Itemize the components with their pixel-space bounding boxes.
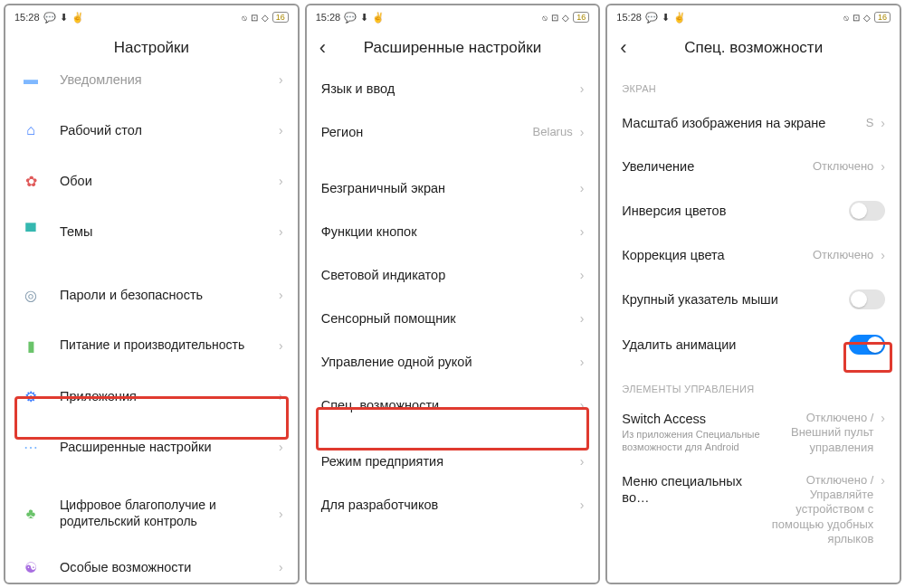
statusbar: 15:28💬⬇✌ ⍉⊡◇16 xyxy=(307,5,599,29)
chevron-right-icon: › xyxy=(279,507,283,521)
notif-icon: 💬 xyxy=(645,12,658,24)
notif-icon: 💬 xyxy=(43,12,56,24)
chevron-right-icon: › xyxy=(881,473,885,488)
chevron-right-icon: › xyxy=(279,338,283,353)
chevron-right-icon: › xyxy=(881,116,885,130)
misc-icon: ✌ xyxy=(71,12,84,24)
status-time: 15:28 xyxy=(316,12,341,23)
chevron-right-icon: › xyxy=(881,248,885,262)
item-buttons[interactable]: Функции кнопок › xyxy=(307,210,599,253)
item-region[interactable]: Регион Belarus › xyxy=(307,110,599,154)
item-onehand[interactable]: Управление одной рукой › xyxy=(307,340,599,384)
chevron-right-icon: › xyxy=(580,398,585,413)
back-button[interactable]: ‹ xyxy=(319,36,326,60)
statusbar: 15:28💬⬇✌ ⍉⊡◇16 xyxy=(5,5,298,29)
settings-list[interactable]: ▬ Уведомления › ⌂ Рабочий стол › ✿ Обои … xyxy=(5,67,298,583)
item-accessibility[interactable]: Спец. возможности › xyxy=(307,384,599,427)
bell-icon: ▬ xyxy=(18,67,43,92)
chevron-right-icon: › xyxy=(279,389,283,403)
chevron-right-icon: › xyxy=(580,454,585,469)
section-controls: ЭЛЕМЕНТЫ УПРАВЛЕНИЯ xyxy=(607,367,900,402)
accessibility-icon: ☯ xyxy=(18,555,43,580)
battery-badge: 16 xyxy=(272,12,289,23)
item-fullscreen[interactable]: Безграничный экран › xyxy=(307,166,599,210)
statusbar: 15:28💬⬇✌ ⍉⊡◇16 xyxy=(607,5,900,29)
advanced-list[interactable]: Язык и ввод › Регион Belarus › Безгранич… xyxy=(307,67,599,583)
fingerprint-icon: ◎ xyxy=(18,282,43,308)
battery-badge: 16 xyxy=(573,12,589,23)
leaf-icon: ♣ xyxy=(18,501,43,526)
section-screen: ЭКРАН xyxy=(607,67,900,101)
battery-badge: 16 xyxy=(874,12,891,23)
chevron-right-icon: › xyxy=(580,125,585,139)
sim-icon: ⊡ xyxy=(551,13,558,23)
item-color-correction[interactable]: Коррекция цвета Отключено › xyxy=(607,233,900,277)
page-title: Расширенные настройки xyxy=(364,39,541,57)
status-time: 15:28 xyxy=(14,12,40,23)
dnd-icon: ⍉ xyxy=(843,13,849,23)
back-button[interactable]: ‹ xyxy=(620,36,626,60)
notif-icon: 💬 xyxy=(344,12,357,24)
chevron-right-icon: › xyxy=(279,288,283,302)
wifi-icon: ◇ xyxy=(863,13,871,23)
flower-icon: ✿ xyxy=(18,168,43,194)
item-quickball[interactable]: Сенсорный помощник › xyxy=(307,297,599,340)
page-title: Спец. возможности xyxy=(684,39,823,57)
chevron-right-icon: › xyxy=(580,268,585,282)
item-notifications[interactable]: ▬ Уведомления › xyxy=(5,67,298,105)
brush-icon: ▀ xyxy=(18,219,43,244)
sim-icon: ⊡ xyxy=(853,13,860,23)
chevron-right-icon: › xyxy=(580,224,585,239)
chevron-right-icon: › xyxy=(881,411,885,425)
chevron-right-icon: › xyxy=(279,72,283,87)
dots-icon: ⋯ xyxy=(18,434,43,460)
battery-icon: ▮ xyxy=(18,333,43,358)
item-security[interactable]: ◎ Пароли и безопасность › xyxy=(5,270,298,320)
chevron-right-icon: › xyxy=(580,311,585,326)
toggle-large-pointer[interactable] xyxy=(849,289,885,309)
misc-icon: ✌ xyxy=(372,12,385,24)
home-icon: ⌂ xyxy=(18,118,43,143)
item-enterprise[interactable]: Режим предприятия › xyxy=(307,440,599,483)
chevron-right-icon: › xyxy=(580,498,585,512)
item-developer[interactable]: Для разработчиков › xyxy=(307,483,599,526)
toggle-color-inversion[interactable] xyxy=(849,201,885,221)
header: Настройки xyxy=(5,29,298,67)
wifi-icon: ◇ xyxy=(562,13,569,23)
item-wellbeing[interactable]: ♣ Цифровое благополучие и родительский к… xyxy=(5,485,298,542)
item-large-pointer[interactable]: Крупный указатель мыши xyxy=(607,277,900,322)
item-advanced[interactable]: ⋯ Расширенные настройки › xyxy=(5,422,298,472)
item-apps[interactable]: ⚙ Приложения › xyxy=(5,371,298,422)
header: ‹ Расширенные настройки xyxy=(307,29,599,67)
item-battery[interactable]: ▮ Питание и производительность › xyxy=(5,320,298,371)
misc-icon: ✌ xyxy=(673,12,686,24)
phone-screen-settings: 15:28💬⬇✌ ⍉⊡◇16 Настройки ▬ Уведомления ›… xyxy=(4,4,300,584)
item-desktop[interactable]: ⌂ Рабочий стол › xyxy=(5,105,298,156)
dnd-icon: ⍉ xyxy=(242,13,247,23)
chevron-right-icon: › xyxy=(881,159,885,174)
chevron-right-icon: › xyxy=(279,560,283,574)
accessibility-list[interactable]: ЭКРАН Масштаб изображения на экране S › … xyxy=(607,67,900,583)
item-led[interactable]: Световой индикатор › xyxy=(307,253,599,297)
item-language[interactable]: Язык и ввод › xyxy=(307,67,599,110)
phone-screen-accessibility: 15:28💬⬇✌ ⍉⊡◇16 ‹ Спец. возможности ЭКРАН… xyxy=(605,4,901,584)
chevron-right-icon: › xyxy=(279,174,283,188)
page-title: Настройки xyxy=(114,39,189,57)
toggle-remove-animations[interactable] xyxy=(849,335,885,355)
chevron-right-icon: › xyxy=(279,123,283,138)
item-accessibility[interactable]: ☯ Особые возможности › xyxy=(5,542,298,583)
item-color-inversion[interactable]: Инверсия цветов xyxy=(607,188,900,233)
item-accessibility-menu[interactable]: Меню специальных во… Отключено / Управля… xyxy=(607,464,900,559)
wifi-icon: ◇ xyxy=(262,13,269,23)
dnd-icon: ⍉ xyxy=(542,13,548,23)
item-switch-access[interactable]: Switch Access Из приложения Специальные … xyxy=(607,402,900,464)
chevron-right-icon: › xyxy=(279,224,283,239)
item-magnification[interactable]: Увеличение Отключено › xyxy=(607,145,900,188)
item-remove-animations[interactable]: Удалить анимации xyxy=(607,322,900,367)
phone-screen-advanced: 15:28💬⬇✌ ⍉⊡◇16 ‹ Расширенные настройки Я… xyxy=(305,4,601,584)
item-display-size[interactable]: Масштаб изображения на экране S › xyxy=(607,101,900,145)
item-themes[interactable]: ▀ Темы › xyxy=(5,206,298,257)
chevron-right-icon: › xyxy=(580,181,585,195)
sublabel: Из приложения Специальные возможности дл… xyxy=(622,429,765,454)
item-wallpaper[interactable]: ✿ Обои › xyxy=(5,156,298,206)
